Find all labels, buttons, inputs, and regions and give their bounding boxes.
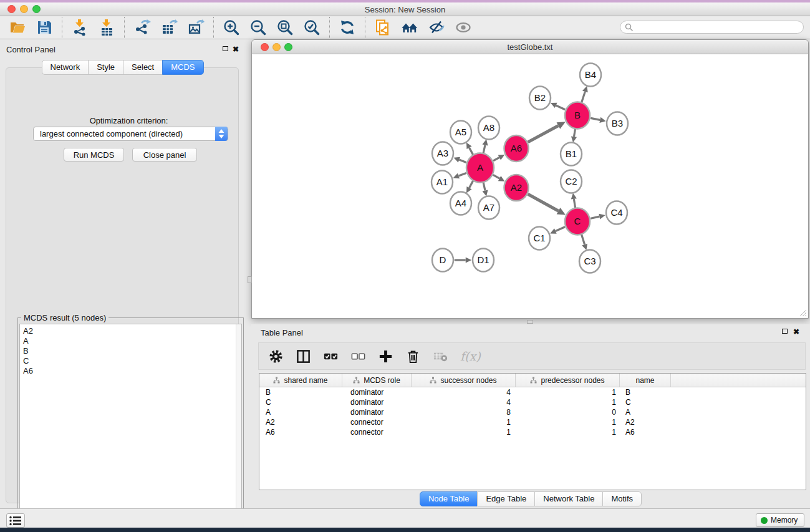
graph-node-A6[interactable]: A6: [504, 135, 529, 162]
home-icon[interactable]: [401, 19, 418, 36]
tab-network[interactable]: Network: [41, 60, 89, 75]
graph-node-C1[interactable]: C1: [529, 227, 550, 250]
column-header-shared-name[interactable]: shared name: [259, 374, 342, 387]
graph-node-B1[interactable]: B1: [561, 143, 582, 166]
graph-edge-A-A2[interactable]: [493, 175, 499, 178]
graph-edge-B-B3[interactable]: [591, 118, 600, 120]
graph-node-D1[interactable]: D1: [473, 249, 494, 272]
zoom-fit-icon[interactable]: [276, 19, 294, 36]
graph-edge-A-A3[interactable]: [459, 160, 466, 162]
tab-select[interactable]: Select: [123, 60, 163, 75]
graph-node-C3[interactable]: C3: [579, 250, 600, 273]
export-table-icon[interactable]: [160, 19, 178, 36]
tab-network-table[interactable]: Network Table: [534, 491, 603, 506]
import-table-icon[interactable]: [98, 19, 115, 36]
mcds-result-list[interactable]: A2ABCA6: [19, 324, 242, 524]
table-row[interactable]: Adominator80A: [259, 407, 806, 417]
memory-button[interactable]: Memory: [756, 513, 804, 527]
graph-edge-C-C4[interactable]: [591, 216, 599, 218]
tab-mcds[interactable]: MCDS: [162, 60, 203, 75]
hide-panel-eye-icon[interactable]: [428, 19, 445, 36]
graph-node-B4[interactable]: B4: [580, 64, 601, 87]
graph-edge-A-A8[interactable]: [483, 145, 485, 153]
graph-node-A5[interactable]: A5: [450, 121, 471, 144]
table-row[interactable]: Bdominator41B: [259, 387, 806, 397]
graph-node-C4[interactable]: C4: [606, 201, 627, 225]
column-header-name[interactable]: name: [620, 374, 671, 387]
run-mcds-button[interactable]: Run MCDS: [64, 148, 124, 162]
mcds-result-item[interactable]: A2: [21, 326, 234, 336]
graph-node-C[interactable]: C: [565, 208, 590, 235]
zoom-in-icon[interactable]: [223, 19, 240, 36]
close-panel-icon[interactable]: ✖: [233, 46, 239, 52]
column-header-MCDS-role[interactable]: MCDS role: [342, 374, 412, 387]
delete-table-icon[interactable]: [433, 349, 448, 364]
graph-node-B2[interactable]: B2: [529, 87, 551, 110]
network-window-titlebar[interactable]: testGlobe.txt: [252, 40, 808, 54]
graph-edge-A-A7[interactable]: [483, 182, 485, 190]
mcds-result-item[interactable]: A: [21, 336, 234, 346]
graph-node-A1[interactable]: A1: [432, 171, 453, 194]
graph-edge-B-B4[interactable]: [582, 92, 586, 102]
split-divider-handle-vertical[interactable]: [248, 276, 252, 283]
search-input[interactable]: [635, 22, 798, 32]
tab-edge-table[interactable]: Edge Table: [477, 491, 535, 506]
graph-edge-C-C1[interactable]: [556, 227, 565, 231]
graph-edge-A-A4[interactable]: [469, 181, 473, 188]
scrollbar-track[interactable]: [236, 324, 241, 523]
table-row[interactable]: A2connector11A2: [259, 417, 806, 427]
column-header-predecessor-nodes[interactable]: predecessor nodes: [516, 374, 620, 387]
zoom-out-icon[interactable]: [249, 19, 267, 36]
graph-node-B[interactable]: B: [565, 102, 590, 129]
mcds-result-item[interactable]: B: [21, 346, 234, 356]
graph-node-A3[interactable]: A3: [432, 142, 453, 165]
gear-icon[interactable]: [268, 349, 284, 364]
graph-edge-A-A5[interactable]: [469, 148, 473, 155]
graph-node-D[interactable]: D: [432, 249, 453, 272]
float-panel-icon[interactable]: [223, 46, 228, 51]
network-graph-canvas[interactable]: B4B2BB3A8A5A6A3B1AA1C2A2A4A7C4CC1DD1C3: [252, 55, 808, 318]
task-history-button[interactable]: [6, 513, 25, 528]
graph-node-A2[interactable]: A2: [504, 175, 529, 201]
refresh-layout-icon[interactable]: [339, 19, 356, 36]
close-table-panel-icon[interactable]: ✖: [793, 329, 799, 335]
export-image-icon[interactable]: [187, 19, 205, 36]
tab-motifs[interactable]: Motifs: [602, 491, 642, 506]
criterion-select[interactable]: largest connected component (directed): [33, 127, 228, 141]
add-column-icon[interactable]: [378, 349, 393, 364]
tab-node-table[interactable]: Node Table: [420, 491, 478, 506]
import-network-icon[interactable]: [71, 19, 89, 36]
resize-grip-icon[interactable]: [799, 309, 807, 317]
float-table-panel-icon[interactable]: [782, 329, 788, 334]
table-row[interactable]: Cdominator41C: [259, 397, 806, 407]
mcds-result-item[interactable]: A6: [21, 366, 234, 376]
mcds-result-item[interactable]: C: [21, 356, 234, 366]
function-builder-icon[interactable]: f(x): [460, 349, 481, 363]
tab-style[interactable]: Style: [88, 60, 123, 75]
deselect-all-icon[interactable]: [350, 349, 366, 364]
graph-edge-B-B2[interactable]: [556, 105, 566, 110]
network-from-file-icon[interactable]: [374, 19, 392, 36]
select-all-icon[interactable]: [323, 349, 339, 364]
graph-node-A4[interactable]: A4: [450, 192, 471, 215]
graph-node-C2[interactable]: C2: [561, 170, 582, 193]
graph-edge-A-A6[interactable]: [493, 157, 499, 160]
show-eye-icon[interactable]: [455, 19, 472, 36]
column-header-successor-nodes[interactable]: successor nodes: [412, 374, 516, 387]
close-panel-button[interactable]: Close panel: [132, 148, 197, 162]
graph-edge-B-B1[interactable]: [574, 128, 575, 137]
graph-node-A[interactable]: A: [466, 153, 494, 183]
table-row[interactable]: A6connector11A6: [259, 427, 806, 437]
graph-edge-C-C3[interactable]: [581, 235, 584, 244]
select-stepper-icon[interactable]: [215, 127, 228, 141]
graph-node-A8[interactable]: A8: [478, 117, 499, 140]
graph-edge-A6-B[interactable]: [528, 126, 559, 142]
split-columns-icon[interactable]: [296, 349, 311, 364]
graph-edge-A2-C[interactable]: [528, 194, 559, 211]
open-session-icon[interactable]: [9, 19, 26, 36]
save-session-icon[interactable]: [36, 19, 53, 36]
export-network-icon[interactable]: [133, 19, 151, 36]
delete-column-icon[interactable]: [405, 349, 421, 364]
graph-edge-A-A1[interactable]: [458, 173, 466, 176]
graph-edge-C-C2[interactable]: [574, 199, 575, 208]
